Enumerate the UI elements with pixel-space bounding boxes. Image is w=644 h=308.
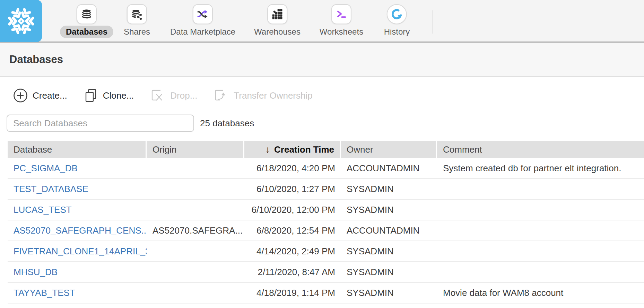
databases-table: Database Origin ↓ Creation Time Owner Co… [8,141,644,304]
create-button-label: Create... [33,90,67,101]
owner-cell: ACCOUNTADMIN [341,158,437,178]
transfer-ownership-button[interactable]: Transfer Ownership [213,88,312,103]
owner-cell: SYSADMIN [341,262,437,282]
owner-cell: SYSADMIN [341,241,437,261]
shuffle-arrows-icon [197,8,209,20]
owner-cell: ACCOUNTADMIN [341,220,437,241]
warehouses-tab-tile [267,4,287,24]
comment-cell [437,200,644,220]
table-row[interactable]: AS52070_SAFEGRAPH_CENS... AS52070.SAFEGR… [8,220,644,241]
database-share-icon [131,8,143,20]
database-name-link[interactable]: FIVETRAN_CLONE1_14APRIL_3... [8,241,147,261]
title-bar: Databases [0,43,644,77]
origin-cell [147,262,244,282]
search-row: 25 databases [7,115,644,132]
databases-tab-tile [77,4,97,24]
creation-time-cell: 6/10/2020, 12:00 PM [244,200,341,220]
shares-tab-tile [127,4,147,24]
table-row[interactable]: MHSU_DB 2/11/2020, 8:47 AM SYSADMIN [8,262,644,283]
drop-x-icon [150,88,166,103]
creation-time-cell: 4/18/2019, 1:14 PM [244,283,341,303]
terminal-prompt-icon [335,8,348,20]
creation-time-cell: 2/11/2020, 8:47 AM [244,262,341,282]
snowflake-console: Databases [0,0,644,308]
tab-worksheets-label: Worksheets [320,27,363,37]
worksheets-tab-tile [331,4,351,24]
comment-cell: System created db for partner elt integr… [437,158,644,178]
origin-cell [147,241,244,261]
owner-cell: SYSADMIN [341,179,437,199]
column-header-owner[interactable]: Owner [341,141,437,158]
table-row[interactable]: PC_SIGMA_DB 6/18/2020, 4:20 PM ACCOUNTAD… [8,158,644,179]
tab-history[interactable]: History [384,4,410,37]
drop-button-label: Drop... [170,90,197,101]
table-header-row: Database Origin ↓ Creation Time Owner Co… [8,141,644,158]
origin-cell [147,283,244,303]
database-name-link[interactable]: LUCAS_TEST [8,200,147,220]
origin-cell [147,200,244,220]
page-title: Databases [9,53,63,66]
comment-cell [437,220,644,241]
tab-shares-label: Shares [124,27,150,37]
clone-button[interactable]: Clone... [83,88,134,103]
transfer-arrow-icon [213,88,229,103]
table-row[interactable]: TAYYAB_TEST 4/18/2019, 1:14 PM SYSADMIN … [8,283,644,304]
tab-history-label: History [384,27,410,37]
warehouse-grid-icon [271,8,284,20]
database-name-link[interactable]: TAYYAB_TEST [8,283,147,303]
sort-descending-icon: ↓ [266,144,270,155]
origin-cell: AS52070.SAFEGRA... [147,220,244,241]
drop-button[interactable]: Drop... [150,88,197,103]
tab-shares[interactable]: Shares [124,4,150,37]
database-name-link[interactable]: MHSU_DB [8,262,147,282]
tab-databases-label: Databases [60,26,113,38]
top-navigation: Databases [0,0,644,43]
database-count: 25 databases [200,118,254,129]
history-refresh-icon [390,7,404,21]
table-body: PC_SIGMA_DB 6/18/2020, 4:20 PM ACCOUNTAD… [8,158,644,304]
owner-cell: SYSADMIN [341,283,437,303]
history-tab-tile [387,4,407,24]
comment-cell [437,179,644,199]
data-marketplace-tab-tile [193,4,213,24]
origin-cell [147,179,244,199]
plus-circle-icon [13,88,28,103]
creation-time-cell: 4/14/2020, 2:49 PM [244,241,341,261]
tab-data-marketplace[interactable]: Data Marketplace [170,4,235,37]
table-row[interactable]: TEST_DATABASE 6/10/2020, 1:27 PM SYSADMI… [8,179,644,200]
nav-divider [433,10,433,34]
column-header-origin[interactable]: Origin [147,141,244,158]
database-name-link[interactable]: TEST_DATABASE [8,179,147,199]
tab-data-marketplace-label: Data Marketplace [170,27,235,37]
tab-databases[interactable]: Databases [60,4,113,38]
search-databases-input[interactable] [7,115,194,132]
clone-pages-icon [83,88,98,103]
snowflake-logo[interactable] [0,0,42,42]
database-name-link[interactable]: PC_SIGMA_DB [8,158,147,178]
clone-button-label: Clone... [103,90,134,101]
snowflake-icon [8,8,34,34]
database-name-link[interactable]: AS52070_SAFEGRAPH_CENS... [8,220,147,241]
creation-time-cell: 6/8/2020, 12:54 PM [244,220,341,241]
column-header-creation-time[interactable]: ↓ Creation Time [244,141,341,158]
comment-cell: Movie data for WAM8 account [437,283,644,303]
creation-time-cell: 6/10/2020, 1:27 PM [244,179,341,199]
tab-warehouses[interactable]: Warehouses [254,4,301,37]
comment-cell [437,262,644,282]
tab-warehouses-label: Warehouses [254,27,301,37]
table-row[interactable]: LUCAS_TEST 6/10/2020, 12:00 PM SYSADMIN [8,200,644,220]
tab-worksheets[interactable]: Worksheets [320,4,363,37]
column-header-comment[interactable]: Comment [437,141,644,158]
owner-cell: SYSADMIN [341,200,437,220]
database-stack-icon [80,8,93,20]
origin-cell [147,158,244,178]
column-header-creation-time-label: Creation Time [274,144,334,155]
create-button[interactable]: Create... [13,88,67,103]
comment-cell [437,241,644,261]
creation-time-cell: 6/18/2020, 4:20 PM [244,158,341,178]
table-row[interactable]: FIVETRAN_CLONE1_14APRIL_3... 4/14/2020, … [8,241,644,262]
transfer-ownership-button-label: Transfer Ownership [234,90,312,101]
column-header-database[interactable]: Database [8,141,147,158]
actions-toolbar: Create... Clone... Drop... [13,86,644,105]
